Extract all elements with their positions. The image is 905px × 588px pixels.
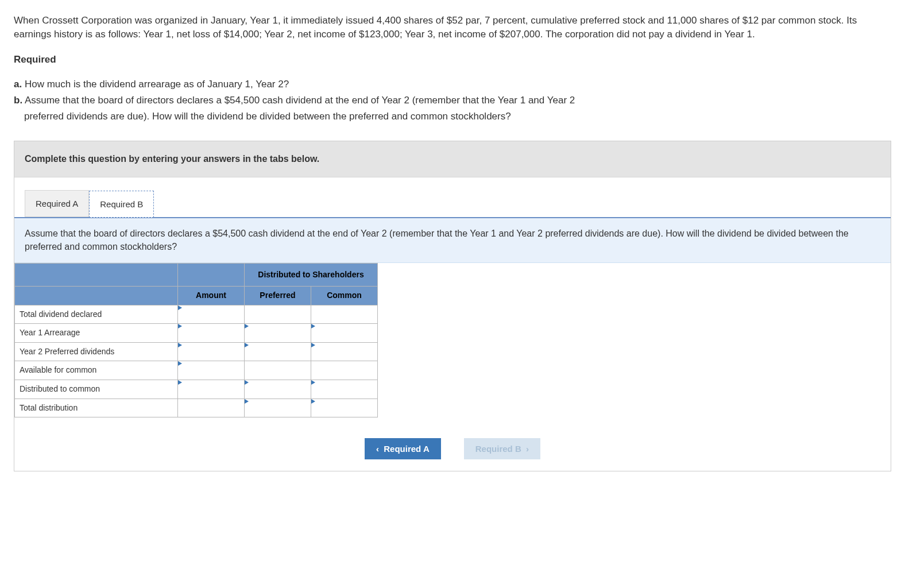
req-b-text-2: preferred dividends are due). How will t… [24, 111, 511, 122]
row-total-distribution: Total distribution [15, 399, 178, 417]
header-preferred: Preferred [245, 286, 311, 305]
nav-button-row: ‹ Required A Required B › [14, 429, 891, 471]
input-r3-amount[interactable] [178, 342, 245, 361]
requirements-list: a. How much is the dividend arrearage as… [14, 78, 891, 123]
input-r6-common[interactable] [311, 399, 378, 417]
input-r3-common[interactable] [311, 342, 378, 361]
input-r5-common[interactable] [311, 380, 378, 399]
cell-r6-amount [178, 399, 245, 417]
input-r2-amount[interactable] [178, 324, 245, 343]
answer-table: Distributed to Shareholders Amount Prefe… [14, 263, 378, 417]
answer-table-wrap: Distributed to Shareholders Amount Prefe… [14, 263, 891, 429]
cell-r4-common [311, 361, 378, 380]
input-r1-amount[interactable] [178, 305, 245, 324]
chevron-right-icon: › [526, 444, 529, 454]
row-available-common: Available for common [15, 361, 178, 380]
row-year1-arrearage: Year 1 Arrearage [15, 324, 178, 343]
header-blank-2 [15, 286, 178, 305]
req-a-text: How much is the dividend arrearage as of… [25, 79, 289, 90]
req-b-label: b. [14, 95, 22, 106]
tab-panel-prompt: Assume that the board of directors decla… [14, 217, 891, 263]
header-distributed: Distributed to Shareholders [245, 263, 378, 286]
problem-statement: When Crossett Corporation was organized … [14, 14, 891, 41]
prev-button[interactable]: ‹ Required A [365, 438, 441, 459]
header-blank [15, 263, 178, 286]
req-a-label: a. [14, 79, 22, 90]
input-r2-preferred[interactable] [245, 324, 311, 343]
input-r3-preferred[interactable] [245, 342, 311, 361]
req-b-text-1: Assume that the board of directors decla… [25, 95, 575, 106]
chevron-left-icon: ‹ [376, 444, 379, 454]
tab-required-a[interactable]: Required A [25, 190, 89, 217]
cell-r4-preferred [245, 361, 311, 380]
cell-r1-common [311, 305, 378, 324]
input-r5-preferred[interactable] [245, 380, 311, 399]
row-total-declared: Total dividend declared [15, 305, 178, 324]
header-amount-top [178, 263, 245, 286]
input-r4-amount[interactable] [178, 361, 245, 380]
header-common: Common [311, 286, 378, 305]
input-r5-amount[interactable] [178, 380, 245, 399]
next-button-label: Required B [475, 444, 521, 454]
row-year2-preferred: Year 2 Preferred dividends [15, 342, 178, 361]
prev-button-label: Required A [384, 444, 429, 454]
row-distributed-common: Distributed to common [15, 380, 178, 399]
answer-container: Complete this question by entering your … [14, 141, 891, 471]
input-r6-preferred[interactable] [245, 399, 311, 417]
cell-r1-preferred [245, 305, 311, 324]
tab-bar: Required A Required B [14, 177, 891, 217]
required-heading: Required [14, 53, 891, 67]
instruction-banner: Complete this question by entering your … [14, 141, 891, 177]
header-amount: Amount [178, 286, 245, 305]
next-button[interactable]: Required B › [464, 438, 540, 459]
input-r2-common[interactable] [311, 324, 378, 343]
tab-required-b[interactable]: Required B [89, 191, 154, 218]
